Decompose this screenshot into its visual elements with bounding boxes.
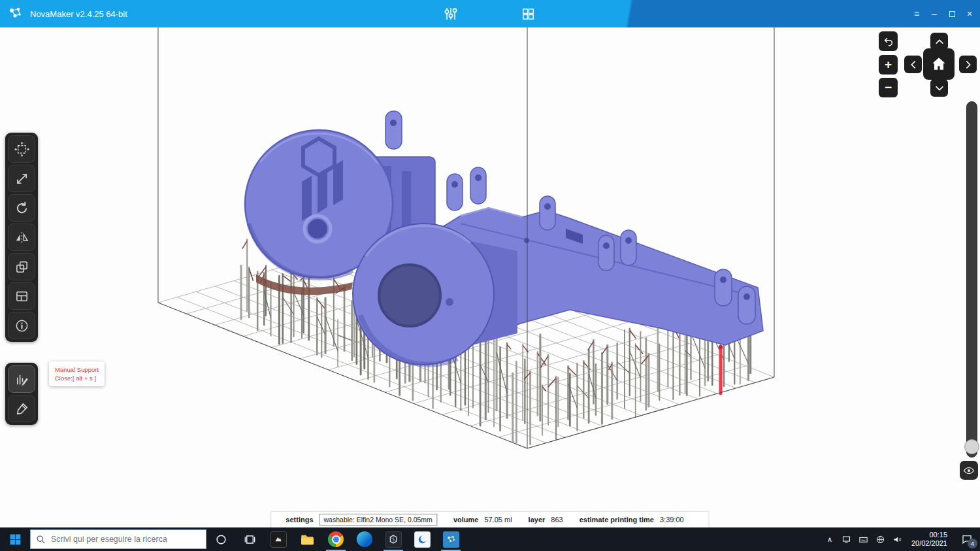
viewport-3d[interactable] (0, 27, 980, 527)
tray-expand-button[interactable]: ∧ (821, 527, 838, 551)
mirror-icon (14, 230, 29, 245)
layer-slider-track[interactable] (966, 101, 977, 458)
cortana-button[interactable] (206, 527, 235, 551)
chevron-down-icon (934, 83, 945, 93)
info-icon (14, 318, 29, 333)
pan-down-button[interactable] (930, 79, 948, 97)
chrome-icon (328, 531, 344, 547)
task-view-button[interactable] (235, 527, 264, 551)
visibility-button[interactable] (960, 461, 978, 480)
pan-left-button[interactable] (904, 56, 922, 73)
scale-button[interactable] (8, 165, 35, 192)
scale-icon (14, 171, 29, 186)
chevron-left-icon (908, 59, 919, 70)
settings-label: settings (286, 516, 313, 524)
novamaker-app-icon (443, 531, 459, 548)
taskbar-app-1[interactable] (264, 527, 293, 551)
taskbar-app-4[interactable] (350, 527, 379, 551)
maximize-icon (949, 11, 955, 17)
app-icon-moon (414, 531, 431, 548)
auto-arrange-icon (14, 142, 29, 157)
titlebar: NovaMaker v2.4.25 64-bit ≡ – × (0, 0, 980, 27)
start-button[interactable] (0, 527, 30, 551)
estimate-value: 3:39:00 (660, 516, 684, 524)
clock-time: 00:15 (911, 531, 947, 539)
task-view-icon (244, 533, 256, 546)
chevron-right-icon (963, 59, 973, 70)
system-tray: ∧ 00:15 20/02/2021 4 (821, 527, 980, 551)
model-3d[interactable] (245, 111, 763, 365)
clone-button[interactable] (8, 253, 35, 280)
novamaker-logo-icon (8, 6, 24, 22)
display-tray-icon[interactable] (838, 527, 855, 551)
zoom-in-button[interactable]: + (879, 55, 898, 75)
eye-icon (963, 465, 975, 476)
clone-icon (14, 259, 29, 275)
tooltip-line-1: Manual Support (55, 365, 99, 374)
windows-taskbar: ∧ 00:15 20/02/2021 4 (0, 527, 980, 551)
support-toolbar (5, 363, 38, 425)
close-button[interactable]: × (964, 8, 975, 19)
support-pen-icon (14, 401, 29, 416)
manual-support-icon (14, 372, 29, 387)
novamaker-window: NovaMaker v2.4.25 64-bit ≡ – × (0, 0, 980, 551)
cortana-icon (215, 533, 227, 546)
menu-button[interactable]: ≡ (911, 8, 922, 19)
layer-slider-handle[interactable] (964, 439, 979, 454)
app-icon-slicer (385, 531, 402, 548)
undo-icon (883, 36, 894, 46)
auto-arrange-button[interactable] (8, 135, 35, 163)
windows-logo-icon (8, 533, 22, 546)
search-icon (36, 535, 46, 544)
model-list-grid-icon[interactable] (519, 5, 537, 22)
print-settings-icon[interactable] (442, 5, 460, 22)
manual-support-button[interactable] (8, 365, 35, 393)
pan-right-button[interactable] (959, 56, 977, 73)
support-pen-button[interactable] (8, 395, 35, 422)
minimize-button[interactable]: – (929, 8, 939, 19)
taskbar-app-2[interactable] (293, 527, 321, 551)
print-info-bar: settings washable: Elfin2 Mono SE, 0.05m… (270, 511, 709, 528)
taskbar-app-3[interactable] (321, 527, 350, 551)
search-input[interactable] (51, 535, 201, 544)
home-view-button[interactable] (923, 48, 955, 80)
layout-button[interactable] (8, 282, 35, 310)
file-explorer-icon (299, 531, 316, 548)
transform-toolbar (5, 133, 38, 342)
rotate-icon (14, 201, 29, 216)
keyboard-tray-icon[interactable] (855, 527, 872, 551)
clock[interactable]: 00:15 20/02/2021 (911, 531, 947, 548)
volume-tray-icon[interactable] (889, 527, 906, 551)
pan-up-button[interactable] (930, 33, 948, 50)
edge-icon (357, 531, 372, 547)
info-button[interactable] (8, 312, 35, 339)
volume-value: 57.05 ml (484, 516, 512, 524)
chevron-up-icon (934, 37, 945, 47)
layer-value: 863 (551, 516, 563, 524)
zoom-out-button[interactable]: − (879, 78, 898, 97)
selected-support[interactable] (719, 345, 723, 393)
taskbar-app-7[interactable] (436, 527, 465, 551)
clock-date: 20/02/2021 (911, 539, 947, 548)
undo-button[interactable] (879, 31, 898, 51)
taskbar-app-5[interactable] (379, 527, 408, 551)
app-title: NovaMaker v2.4.25 64-bit (30, 9, 127, 19)
action-center-button[interactable]: 4 (954, 527, 980, 551)
layout-icon (14, 289, 29, 304)
notification-badge: 4 (968, 539, 977, 548)
volume-label: volume (453, 516, 479, 524)
manual-support-tooltip: Manual Support Close:[ alt + s ] (49, 361, 105, 386)
mirror-button[interactable] (8, 224, 35, 251)
app-icon-dark (270, 531, 287, 548)
estimate-label: estimate printing time (580, 516, 654, 524)
layer-label: layer (529, 516, 546, 524)
network-tray-icon[interactable] (872, 527, 889, 551)
tooltip-line-2: Close:[ alt + s ] (55, 374, 99, 382)
home-icon (930, 56, 947, 73)
taskbar-app-6[interactable] (408, 527, 436, 551)
settings-value-box[interactable]: washable: Elfin2 Mono SE, 0.05mm (319, 514, 437, 526)
taskbar-search[interactable] (30, 529, 206, 549)
rotate-button[interactable] (8, 194, 35, 222)
maximize-button[interactable] (947, 8, 957, 19)
